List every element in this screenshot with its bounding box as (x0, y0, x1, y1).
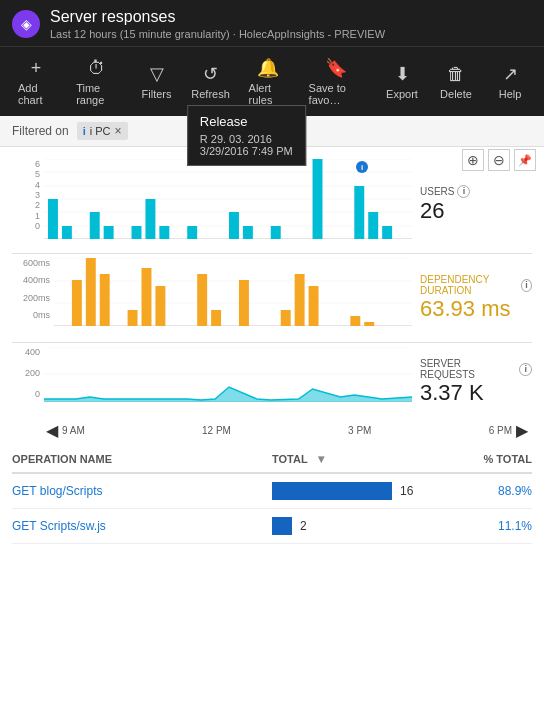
row-count: 2 (300, 519, 307, 533)
users-chart-panel: 6543210 i (12, 155, 532, 254)
table-row: GET blog/Scripts 16 88.9% (12, 474, 532, 509)
svg-rect-49 (239, 280, 249, 326)
server-chart-svg (44, 347, 412, 402)
sort-icon[interactable]: ▾ (318, 452, 324, 466)
server-chart-inner: 4002000 (12, 347, 412, 417)
server-label: SERVER REQUESTS i (420, 358, 532, 380)
filters-label: Filters (142, 88, 172, 100)
help-button[interactable]: ↗ Help (484, 57, 536, 106)
row-bar (272, 482, 392, 500)
svg-rect-14 (145, 199, 155, 239)
filter-tag[interactable]: i i PC × (77, 122, 128, 140)
row-pct: 88.9% (452, 484, 532, 498)
svg-rect-29 (354, 186, 364, 239)
server-meta: SERVER REQUESTS i 3.37 K (412, 347, 532, 417)
refresh-label: Refresh (191, 88, 230, 100)
chart-area: ⊕ ⊖ 📌 6543210 i (0, 147, 544, 444)
add-chart-icon: + (31, 58, 42, 79)
alert-rules-icon: 🔔 (257, 57, 279, 79)
pin-button[interactable]: 📌 (514, 149, 536, 171)
dependency-info-icon[interactable]: i (521, 279, 532, 292)
svg-rect-42 (142, 268, 152, 326)
svg-rect-47 (211, 310, 221, 326)
svg-rect-30 (368, 212, 378, 239)
x-nav-left-arrow[interactable]: ◀ (42, 421, 62, 440)
export-button[interactable]: ⬇ Export (376, 57, 428, 106)
refresh-icon: ↺ (203, 63, 218, 85)
filter-bar: Filtered on i i PC × (0, 116, 544, 147)
row-operation-name[interactable]: GET blog/Scripts (12, 484, 272, 498)
filter-info-icon: i (83, 125, 86, 137)
toolbar: + Add chart ⏱ Time range ▽ Filters ↺ Ref… (0, 46, 544, 116)
users-y-labels: 6543210 (12, 159, 42, 231)
row-bar (272, 517, 292, 535)
svg-rect-15 (159, 226, 169, 239)
svg-rect-13 (132, 226, 142, 239)
row-bar-area: 16 (272, 482, 452, 500)
filter-label: Filtered on (12, 124, 69, 138)
svg-rect-10 (90, 212, 100, 239)
users-info-icon[interactable]: i (457, 185, 470, 198)
svg-rect-46 (197, 274, 207, 326)
row-pct: 11.1% (452, 519, 532, 533)
time-range-icon: ⏱ (88, 58, 106, 79)
server-info-icon[interactable]: i (519, 363, 532, 376)
save-favo-button[interactable]: 🔖 Save to favo… (299, 51, 374, 112)
x-axis-labels: 9 AM 12 PM 3 PM 6 PM (62, 423, 512, 438)
alert-rules-label: Alert rules (249, 82, 287, 106)
app-logo: ◈ (12, 10, 40, 38)
filters-button[interactable]: ▽ Filters (131, 57, 183, 106)
svg-rect-26 (313, 159, 323, 239)
x-label-6pm: 6 PM (489, 425, 512, 436)
time-range-button[interactable]: ⏱ Time range (66, 52, 128, 112)
refresh-button[interactable]: ↺ Refresh Release R 29. 03. 2016 3/29/20… (185, 57, 237, 106)
server-value: 3.37 K (420, 380, 532, 406)
svg-rect-37 (72, 280, 82, 326)
users-meta: USERS i 26 (412, 159, 532, 249)
svg-rect-58 (364, 322, 374, 326)
users-label: USERS i (420, 185, 532, 198)
table-section: OPERATION NAME TOTAL ▾ % TOTAL GET blog/… (0, 444, 544, 552)
users-chart-inner: 6543210 i (12, 159, 412, 249)
svg-rect-39 (100, 274, 110, 326)
row-count: 16 (400, 484, 413, 498)
svg-marker-64 (44, 387, 412, 402)
server-chart-panel: 4002000 SERVER REQUESTS i 3.37 K (12, 343, 532, 421)
col-header-pct: % TOTAL (452, 453, 532, 465)
release-marker[interactable]: i (356, 161, 368, 173)
dependency-y-labels: 600ms400ms200ms0ms (12, 258, 52, 320)
delete-button[interactable]: 🗑 Delete (430, 58, 482, 106)
add-chart-button[interactable]: + Add chart (8, 52, 64, 112)
page-title: Server responses (50, 8, 385, 26)
x-axis: ◀ 9 AM 12 PM 3 PM 6 PM ▶ (12, 421, 532, 444)
users-value: 26 (420, 198, 532, 224)
export-label: Export (386, 88, 418, 100)
x-nav-right-arrow[interactable]: ▶ (512, 421, 532, 440)
delete-icon: 🗑 (447, 64, 465, 85)
export-icon: ⬇ (395, 63, 410, 85)
zoom-in-button[interactable]: ⊕ (462, 149, 484, 171)
svg-rect-31 (382, 226, 392, 239)
svg-rect-52 (281, 310, 291, 326)
row-operation-name[interactable]: GET Scripts/sw.js (12, 519, 272, 533)
svg-rect-54 (309, 286, 319, 326)
header-title-block: Server responses Last 12 hours (15 minut… (50, 8, 385, 40)
svg-rect-17 (187, 226, 197, 239)
dependency-meta: DEPENDENCY DURATION i 63.93 ms (412, 258, 532, 338)
x-label-3pm: 3 PM (348, 425, 371, 436)
page-subtitle: Last 12 hours (15 minute granularity) · … (50, 28, 385, 40)
dependency-label: DEPENDENCY DURATION i (420, 274, 532, 296)
filter-remove-button[interactable]: × (115, 124, 122, 138)
table-header: OPERATION NAME TOTAL ▾ % TOTAL (12, 452, 532, 474)
dependency-value: 63.93 ms (420, 296, 532, 322)
header: ◈ Server responses Last 12 hours (15 min… (0, 0, 544, 46)
alert-rules-button[interactable]: 🔔 Alert rules (239, 51, 297, 112)
svg-rect-53 (295, 274, 305, 326)
zoom-out-button[interactable]: ⊖ (488, 149, 510, 171)
x-label-9am: 9 AM (62, 425, 85, 436)
dependency-chart-panel: 600ms400ms200ms0ms (12, 254, 532, 343)
help-label: Help (499, 88, 522, 100)
add-chart-label: Add chart (18, 82, 54, 106)
time-range-label: Time range (76, 82, 118, 106)
row-bar-area: 2 (272, 517, 452, 535)
